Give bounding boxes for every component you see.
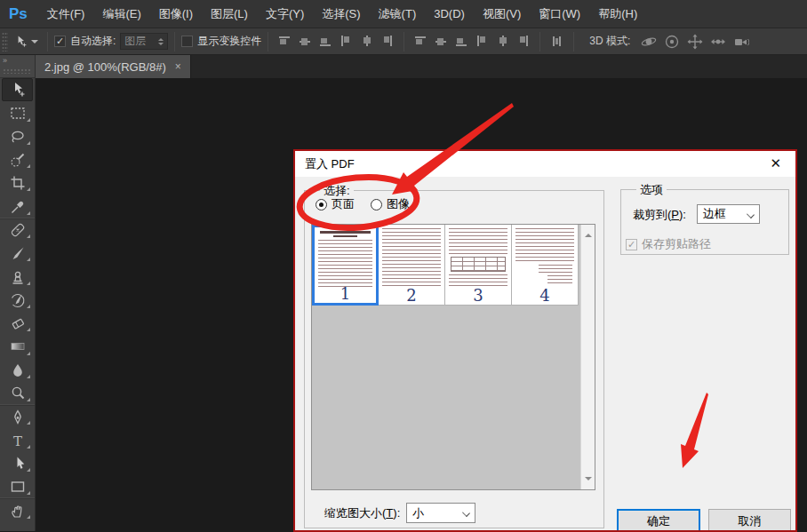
page-number: 1	[315, 284, 376, 303]
dialog-close-icon[interactable]: ✕	[770, 155, 781, 171]
chevron-down-icon	[747, 210, 755, 218]
menu-item-window[interactable]: 窗口(W)	[530, 0, 589, 28]
current-tool-preset[interactable]	[13, 35, 38, 49]
svg-text:T: T	[12, 433, 21, 449]
select-group: 选择: 页面 图像 1	[304, 190, 604, 528]
tool-clone-stamp[interactable]	[0, 265, 35, 288]
drag-handle[interactable]	[2, 32, 8, 52]
menu-item-layer[interactable]: 图层(L)	[202, 0, 257, 28]
menu-item-view[interactable]: 视图(V)	[474, 0, 530, 28]
thumbnail-size-dropdown[interactable]: 小	[406, 503, 475, 523]
tool-gradient[interactable]	[0, 335, 35, 358]
align-left-edges-icon[interactable]	[339, 34, 354, 49]
tool-path-selection[interactable]	[0, 452, 35, 475]
distribute-horizontal-centers-icon[interactable]	[495, 34, 510, 49]
3d-mode-label: 3D 模式:	[589, 34, 630, 49]
menu-item-type[interactable]: 文字(Y)	[257, 0, 313, 28]
options-group: 选项 裁剪到(P): 边框 ✓ 保存剪贴路径	[620, 189, 789, 255]
align-right-edges-icon[interactable]	[380, 34, 395, 49]
menu-item-help[interactable]: 帮助(H)	[589, 0, 646, 28]
photoshop-logo: Ps	[0, 5, 38, 23]
separator	[539, 32, 540, 52]
orbit-3d-camera-icon[interactable]	[641, 34, 657, 50]
page-number: 3	[445, 286, 511, 305]
distribute-vertical-centers-icon[interactable]	[434, 34, 449, 49]
scrollbar[interactable]	[580, 225, 595, 489]
align-vertical-centers-icon[interactable]	[298, 34, 313, 49]
chevron-down-icon	[462, 509, 470, 517]
document-tab[interactable]: 2.jpg @ 100%(RGB/8#) ×	[36, 55, 191, 78]
crop-to-value: 边框	[703, 206, 726, 222]
menu-item-edit[interactable]: 编辑(E)	[93, 0, 149, 28]
tool-eyedropper[interactable]	[0, 195, 35, 218]
pdf-page-list[interactable]: 1 2 3	[311, 224, 595, 490]
scroll-down-icon[interactable]	[585, 477, 592, 484]
distribute-left-icon[interactable]	[475, 34, 490, 49]
menu-item-filter[interactable]: 滤镜(T)	[370, 0, 426, 28]
collapse-panel-icon[interactable]: »	[3, 56, 7, 65]
tool-lasso[interactable]	[0, 125, 35, 148]
show-transform-label: 显示变换控件	[197, 34, 261, 49]
crop-to-dropdown[interactable]: 边框	[697, 204, 760, 224]
unchecked-checkbox-icon[interactable]	[181, 36, 193, 47]
photoshop-window: Ps 文件(F) 编辑(E) 图像(I) 图层(L) 文字(Y) 选择(S) 滤…	[0, 0, 807, 532]
dolly-3d-camera-icon[interactable]	[733, 34, 749, 50]
ok-button[interactable]: 确定	[617, 509, 700, 530]
separator	[268, 32, 268, 52]
distribute-spacing-icon[interactable]	[549, 34, 564, 49]
radio-pages[interactable]: 页面	[316, 196, 355, 212]
roll-3d-camera-icon[interactable]	[664, 34, 680, 50]
distribute-right-icon[interactable]	[515, 34, 531, 49]
tool-hand[interactable]	[0, 498, 35, 521]
tool-rectangular-marquee[interactable]	[0, 101, 35, 124]
show-transform-checkbox[interactable]: 显示变换控件	[181, 34, 261, 49]
menu-item-image[interactable]: 图像(I)	[150, 0, 202, 28]
tool-dodge[interactable]	[0, 382, 35, 405]
tool-eraser[interactable]	[0, 312, 35, 335]
pdf-page-thumbnail-1[interactable]: 1	[312, 225, 379, 306]
menu-item-3d[interactable]: 3D(D)	[425, 0, 474, 28]
pan-3d-camera-icon[interactable]	[687, 34, 703, 50]
slide-3d-camera-icon[interactable]	[710, 34, 726, 50]
move-tool-icon	[13, 35, 28, 49]
tool-spot-healing-brush[interactable]	[0, 218, 35, 242]
tool-crop[interactable]	[0, 171, 35, 195]
distribute-bottom-icon[interactable]	[454, 34, 469, 49]
radio-images-label: 图像	[387, 196, 410, 212]
tools-panel-header[interactable]: »	[0, 55, 35, 78]
align-horizontal-centers-icon[interactable]	[359, 34, 374, 49]
cancel-button[interactable]: 取消	[708, 509, 791, 530]
auto-select-target-dropdown[interactable]: 图层	[120, 33, 168, 50]
tool-type[interactable]: T	[0, 428, 35, 451]
menu-item-select[interactable]: 选择(S)	[313, 0, 369, 28]
checked-checkbox-icon[interactable]: ✓	[54, 36, 66, 47]
align-top-edges-icon[interactable]	[277, 34, 292, 49]
radio-unselected-icon[interactable]	[371, 199, 382, 210]
disabled-checked-checkbox-icon: ✓	[626, 239, 637, 250]
tool-quick-selection[interactable]	[0, 148, 35, 171]
tool-history-brush[interactable]	[0, 289, 35, 312]
tool-blur[interactable]	[0, 359, 35, 382]
align-bottom-edges-icon[interactable]	[318, 34, 333, 49]
separator	[573, 32, 574, 52]
menu-item-file[interactable]: 文件(F)	[38, 0, 94, 28]
radio-images[interactable]: 图像	[371, 196, 410, 212]
panel-drag-dots[interactable]	[3, 68, 32, 74]
dialog-title-bar[interactable]: 置入 PDF ✕	[295, 151, 795, 177]
document-tab-bar: 2.jpg @ 100%(RGB/8#) ×	[36, 55, 807, 78]
radio-selected-icon[interactable]	[316, 199, 327, 210]
pdf-page-thumbnail-3[interactable]: 3	[445, 225, 512, 306]
tool-pen[interactable]	[0, 405, 35, 428]
auto-select-checkbox[interactable]: ✓ 自动选择:	[54, 34, 116, 49]
thumbnail-size-value: 小	[412, 505, 424, 521]
tool-move[interactable]	[2, 78, 33, 101]
tool-brush[interactable]	[0, 242, 35, 265]
options-group-label: 选项	[636, 182, 667, 198]
pdf-page-thumbnail-4[interactable]: 4	[512, 225, 579, 306]
distribute-top-icon[interactable]	[413, 34, 428, 49]
pdf-page-thumbnail-2[interactable]: 2	[379, 225, 445, 306]
tools-panel: »	[0, 55, 36, 531]
tool-rectangle-shape[interactable]	[0, 475, 35, 498]
scroll-up-icon[interactable]	[585, 230, 592, 237]
tab-close-icon[interactable]: ×	[175, 60, 181, 73]
